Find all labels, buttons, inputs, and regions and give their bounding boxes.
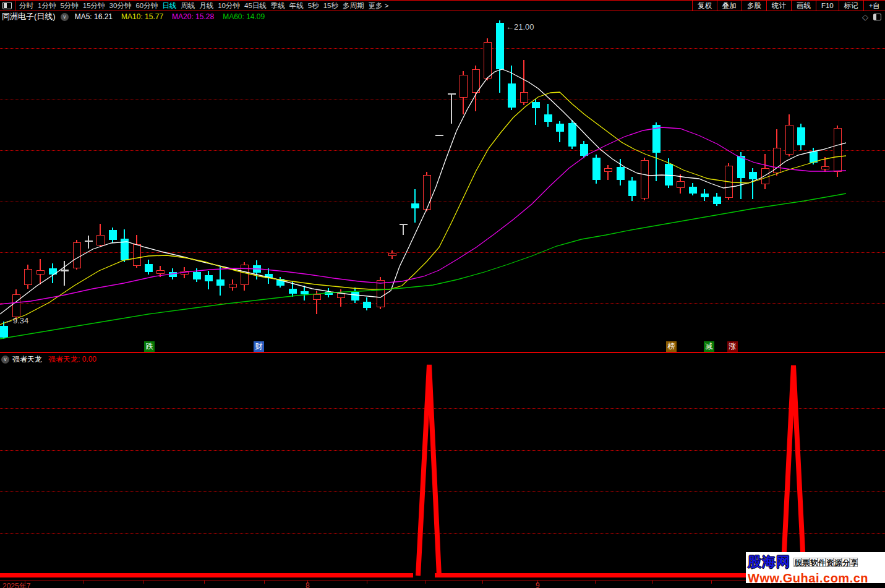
time-tick [425, 581, 426, 584]
time-tick [204, 581, 205, 584]
candle [145, 264, 153, 272]
candle [85, 241, 93, 242]
indicator-name[interactable]: 强者天龙 [12, 354, 42, 365]
period-tab-12[interactable]: 年线 [289, 1, 304, 11]
candle [713, 197, 721, 204]
candle-wick [340, 289, 341, 307]
collapse-chevron-icon[interactable]: ∨ [61, 13, 69, 21]
indicator-gridline [0, 408, 885, 409]
candle [73, 242, 81, 268]
indicator-baseline [435, 573, 778, 577]
candle [337, 293, 345, 298]
candle [49, 268, 57, 275]
period-tab-9[interactable]: 10分钟 [218, 1, 240, 11]
period-tab-7[interactable]: 周线 [181, 1, 195, 11]
indicator-baseline [0, 573, 413, 577]
time-tick [482, 581, 483, 584]
period-tab-8[interactable]: 月线 [199, 1, 213, 11]
candle [665, 164, 673, 185]
candle [460, 75, 468, 98]
candle [749, 172, 757, 179]
candle [411, 203, 419, 208]
watermark-tagline: 股票软件资源分享 [793, 558, 858, 567]
watermark-site-name: 股海网 [748, 553, 790, 571]
watermark-url: Www.Guhai.com.cn [748, 571, 883, 583]
candle-wick [403, 224, 404, 235]
period-tab-3[interactable]: 15分钟 [83, 1, 105, 11]
candle-wick [824, 157, 826, 172]
ma20-line [0, 127, 846, 304]
candle [193, 272, 201, 279]
toolbar-action-7[interactable]: +自 [863, 1, 885, 11]
candle [241, 265, 249, 285]
candle [423, 175, 431, 210]
event-tag-0: 跌 [144, 341, 155, 352]
candle [325, 292, 333, 295]
panel-layout-icon[interactable] [873, 14, 881, 20]
candle [205, 275, 213, 281]
time-tick [711, 581, 712, 584]
ma60-line [0, 194, 846, 339]
candle [377, 280, 385, 307]
indicator-gridline [0, 491, 885, 492]
period-tab-4[interactable]: 30分钟 [109, 1, 132, 11]
period-tab-0[interactable]: 分时 [19, 1, 33, 11]
watermark-tagline-char: 享 [850, 558, 858, 567]
toolbar-action-2[interactable]: 多股 [742, 1, 766, 11]
toolbar-action-4[interactable]: 画线 [791, 1, 816, 11]
candle [628, 181, 636, 196]
app-logo-icon[interactable] [2, 2, 12, 9]
time-label-2: 9 [536, 581, 540, 588]
time-tick [595, 581, 596, 584]
period-tab-2[interactable]: 5分钟 [60, 1, 78, 11]
candle [363, 302, 371, 308]
candle [351, 292, 359, 300]
period-tab-11[interactable]: 季线 [271, 1, 285, 11]
candle [641, 160, 649, 198]
toolbar-action-3[interactable]: 统计 [766, 1, 791, 11]
period-tab-6[interactable]: 日线 [162, 1, 176, 11]
watermark-tagline-char: 软 [810, 558, 818, 567]
period-tab-14[interactable]: 15秒 [323, 1, 338, 11]
candle [121, 239, 129, 260]
candle [448, 93, 456, 95]
period-tab-5[interactable]: 60分钟 [135, 1, 158, 11]
trading-app-window: 分时1分钟5分钟15分钟30分钟60分钟日线周线月线10分钟45日线季线年线5秒… [0, 0, 885, 588]
candle [617, 167, 625, 180]
toolbar-action-5[interactable]: F10 [816, 1, 839, 11]
time-label-0: 2025年7 [2, 581, 30, 588]
chart-title-bar: 同洲电子(日线) ∨ MA5: 16.21MA10: 15.77MA20: 15… [0, 12, 885, 22]
candle [701, 194, 709, 197]
candle [580, 144, 588, 156]
period-tab-10[interactable]: 45日线 [244, 1, 267, 11]
period-tab-15[interactable]: 多周期 [343, 1, 364, 11]
panel-separator [0, 352, 885, 353]
chart-gridline [0, 303, 885, 304]
period-list: 分时1分钟5分钟15分钟30分钟60分钟日线周线月线10分钟45日线季线年线5秒… [19, 1, 388, 11]
period-tab-1[interactable]: 1分钟 [38, 1, 56, 11]
period-tab-13[interactable]: 5秒 [308, 1, 319, 11]
candle [253, 265, 261, 273]
toolbar-action-6[interactable]: 标记 [839, 1, 863, 11]
toolbar-divider [15, 1, 15, 11]
candle [725, 166, 733, 198]
toolbar-right-actions: 复权叠加多股统计画线F10标记+自 [692, 1, 885, 11]
ma-value-label-3: MA60: 14.09 [223, 12, 265, 21]
low-price-label: ←9.34 [5, 316, 28, 325]
candle [568, 123, 576, 147]
diamond-icon[interactable]: ◇ [862, 13, 868, 21]
indicator-header: ∨ 强者天龙 强者天龙: 0.00 [0, 354, 96, 365]
stock-title: 同洲电子(日线) [2, 11, 56, 22]
candle [689, 187, 697, 194]
candle-wick [607, 165, 609, 180]
toolbar-action-0[interactable]: 复权 [692, 1, 717, 11]
indicator-collapse-icon[interactable]: ∨ [1, 356, 9, 364]
high-price-label: ←21.00 [506, 22, 534, 32]
period-tab-16[interactable]: 更多 > [369, 1, 389, 11]
watermark-tagline-char: 票 [802, 558, 810, 567]
candle [12, 294, 20, 317]
toolbar-action-1[interactable]: 叠加 [717, 1, 742, 11]
candle [169, 272, 177, 277]
candle [156, 270, 165, 274]
candle-wick [64, 261, 65, 286]
